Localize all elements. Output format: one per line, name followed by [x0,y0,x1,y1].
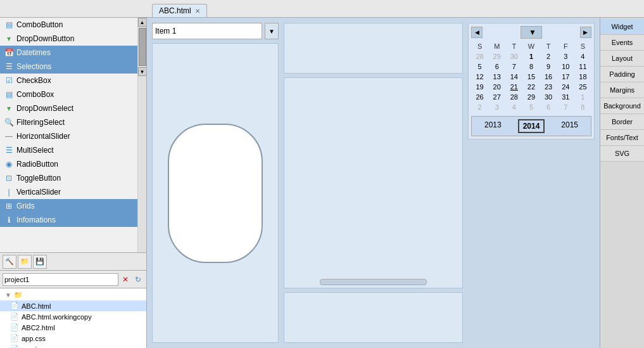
toolbar-hammer-btn[interactable]: 🔨 [3,255,16,269]
tab-abc-html[interactable]: ABC.html ✕ [152,4,207,17]
sidebar-item-informations[interactable]: ℹInfomations [0,213,137,227]
cal-year-2015[interactable]: 2015 [557,119,582,133]
cal-day[interactable]: 28 [505,92,522,102]
project-refresh-btn[interactable]: ↻ [132,274,144,285]
cal-day[interactable]: 25 [574,82,591,92]
cal-day[interactable]: 2 [540,51,557,61]
left-panel: ▤ComboButton▾DropDownButton📅Datetimes☰Se… [0,18,147,348]
scroll-down-btn[interactable]: ▼ [138,67,147,76]
cal-day[interactable]: 7 [505,61,522,72]
right-tab-events[interactable]: Events [600,35,644,51]
right-tab-svg[interactable]: SVG [600,146,644,162]
cal-day[interactable]: 6 [488,61,505,72]
file-item-css[interactable]: 📄app.css [0,333,146,344]
file-tree-root[interactable]: ▼ 📁 [0,290,146,300]
project-input[interactable] [3,273,118,286]
cal-day[interactable]: 28 [471,51,488,61]
project-delete-btn[interactable]: ✕ [120,274,131,285]
file-item-html[interactable]: 📄ABC.html [0,300,146,311]
cal-year-2014[interactable]: 2014 [518,119,545,133]
cal-day[interactable]: 17 [557,72,574,82]
cal-day[interactable]: 10 [557,61,574,72]
cal-day[interactable]: 8 [574,102,591,112]
cal-day[interactable]: 15 [522,72,540,82]
right-tab-border[interactable]: Border [600,114,644,130]
cal-day[interactable]: 29 [488,51,505,61]
calendar-prev-btn[interactable]: ◀ [471,27,483,38]
cal-day[interactable]: 1 [574,92,591,102]
file-item-copy[interactable]: 📄ABC.html.workingcopy [0,311,146,322]
sidebar-item-label: VerticalSlider [16,188,61,197]
cal-day[interactable]: 9 [540,61,557,72]
cal-day[interactable]: 20 [488,82,505,92]
cal-day[interactable]: 21 [505,82,522,92]
file-item-js[interactable]: 📄app.js [0,344,146,348]
cal-day[interactable]: 23 [540,82,557,92]
file-name: ABC2.html [22,324,55,332]
cal-day[interactable]: 6 [540,102,557,112]
right-tab-fonts-text[interactable]: Fonts/Text [600,130,644,146]
cal-day[interactable]: 5 [471,61,488,72]
cal-day[interactable]: 30 [505,51,522,61]
sidebar-item-verticalslider[interactable]: |VerticalSlider [0,185,137,199]
cal-year-2013[interactable]: 2013 [481,119,505,133]
item-dropdown-input[interactable] [152,23,262,39]
tab-close-icon[interactable]: ✕ [195,8,200,15]
left-top: ▤ComboButton▾DropDownButton📅Datetimes☰Se… [0,18,146,252]
cal-day[interactable]: 31 [557,92,574,102]
right-sidebar: WidgetEventsLayoutPaddingMarginsBackgrou… [600,18,644,348]
cal-day[interactable]: 29 [522,92,540,102]
js-file-icon: 📄 [10,345,19,348]
cal-day[interactable]: 8 [522,61,540,72]
cal-day[interactable]: 30 [540,92,557,102]
toolbar-folder-btn[interactable]: 📁 [18,255,32,269]
sidebar-item-radiobutton[interactable]: ◉RadioButton [0,157,137,171]
sidebar-item-datetimes[interactable]: 📅Datetimes [0,46,137,60]
cal-day[interactable]: 27 [488,92,505,102]
cal-day[interactable]: 12 [471,72,488,82]
scroll-up-btn[interactable]: ▲ [138,18,147,27]
cal-day[interactable]: 4 [505,102,522,112]
right-tab-layout[interactable]: Layout [600,51,644,67]
right-tab-widget[interactable]: Widget [600,19,644,35]
sidebar-item-togglebutton[interactable]: ⊡ToggleButton [0,171,137,185]
cal-day[interactable]: 1 [522,51,540,61]
cal-day[interactable]: 7 [557,102,574,112]
cal-day[interactable]: 19 [471,82,488,92]
sidebar-item-checkbox[interactable]: ☑CheckBox [0,74,137,87]
sidebar-item-combobutton[interactable]: ▤ComboButton [0,18,137,32]
right-tab-margins[interactable]: Margins [600,82,644,98]
sidebar-item-dropdownbutton[interactable]: ▾DropDownButton [0,32,137,46]
sidebar-item-selections[interactable]: ☰Selections [0,60,137,74]
right-tab-background[interactable]: Background [600,98,644,114]
horizontal-scrollbar[interactable] [320,279,427,285]
file-item-html2[interactable]: 📄ABC2.html [0,322,146,333]
cal-day[interactable]: 14 [505,72,522,82]
sidebar-item-filteringselect[interactable]: 🔍FilteringSelect [0,115,137,129]
cal-day[interactable]: 22 [522,82,540,92]
cal-day-header: S [574,41,591,51]
cal-day[interactable]: 3 [557,51,574,61]
cal-day[interactable]: 18 [574,72,591,82]
cal-day[interactable]: 16 [540,72,557,82]
calendar-month-btn[interactable]: ▼ [521,26,542,39]
cal-day[interactable]: 2 [471,102,488,112]
cal-day[interactable]: 13 [488,72,505,82]
sidebar-item-horizontalslider[interactable]: —HorizontalSlider [0,129,137,143]
sidebar-item-multiselect[interactable]: ☰MultiSelect [0,143,137,157]
item-dropdown-arrow[interactable]: ▼ [265,23,279,39]
cal-day[interactable]: 3 [488,102,505,112]
calendar-next-btn[interactable]: ▶ [580,27,591,38]
cal-day[interactable]: 24 [557,82,574,92]
scroll-thumb[interactable] [139,28,146,66]
cal-day[interactable]: 26 [471,92,488,102]
cal-day[interactable]: 11 [574,61,591,72]
sidebar-item-combobox[interactable]: ▤ComboBox [0,87,137,101]
sidebar-item-dropdownselect[interactable]: ▾DropDownSelect [0,101,137,115]
right-tab-padding[interactable]: Padding [600,67,644,82]
calendar: ◀ ▼ ▶ SMTWTFS282930123456789101112131415… [468,23,595,139]
cal-day[interactable]: 5 [522,102,540,112]
sidebar-item-grids[interactable]: ⊞Grids [0,199,137,213]
cal-day[interactable]: 4 [574,51,591,61]
toolbar-save-btn[interactable]: 💾 [33,255,47,269]
